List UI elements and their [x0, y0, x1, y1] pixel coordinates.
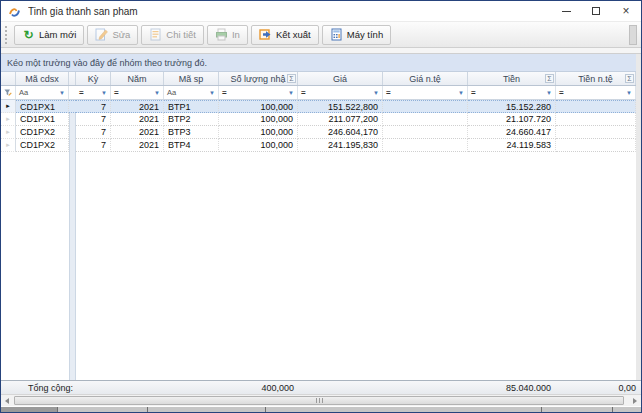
detail-button[interactable]: Chi tiết — [141, 25, 204, 45]
cell-tien-nte[interactable] — [556, 126, 636, 139]
row-indicator[interactable]: ► — [1, 113, 16, 126]
background-window-segment — [1, 407, 58, 412]
cell-nam[interactable]: 2021 — [111, 100, 164, 113]
toolbar: ↻ Làm mới Sửa Chi tiết — [1, 22, 641, 48]
horizontal-scrollbar[interactable] — [1, 394, 641, 406]
group-by-panel[interactable]: Kéo một trường vào đây để nhóm theo trườ… — [1, 54, 636, 72]
cell-tien[interactable]: 24.660.417 — [468, 126, 556, 139]
column-header-ky[interactable]: Kỳ — [76, 72, 111, 85]
cell-ma-cdsx[interactable]: CD1PX2 — [16, 139, 69, 152]
filter-cell-gia[interactable]: =▼ — [298, 86, 383, 99]
cell-gia-nte[interactable] — [383, 126, 468, 139]
scroll-right-icon — [633, 398, 637, 404]
filter-editor-button[interactable] — [1, 86, 16, 99]
cell-tien[interactable]: 21.107.720 — [468, 113, 556, 126]
cell-gia[interactable]: 241.195,830 — [298, 139, 383, 152]
calculator-button[interactable]: Máy tính — [322, 25, 391, 45]
cell-ma-sp[interactable]: BTP1 — [164, 100, 219, 113]
column-header-tien-nte[interactable]: Tiền n.tệΣ — [556, 72, 636, 85]
cell-gia[interactable]: 151.522,800 — [298, 100, 383, 113]
cell-ma-sp[interactable]: BTP3 — [164, 126, 219, 139]
cell-gia-nte[interactable] — [383, 113, 468, 126]
cell-so-luong[interactable]: 100,000 — [219, 139, 298, 152]
scroll-left-button[interactable] — [1, 395, 13, 406]
cell-ky[interactable]: 7 — [76, 113, 111, 126]
toolbar-drag-handle[interactable] — [5, 26, 9, 44]
cell-tien[interactable]: 15.152.280 — [468, 100, 556, 113]
cell-tien-nte[interactable] — [556, 139, 636, 152]
row-indicator[interactable]: ► — [1, 126, 16, 139]
cell-ma-sp[interactable]: BTP2 — [164, 113, 219, 126]
cell-gia[interactable]: 211.077,200 — [298, 113, 383, 126]
column-header-nam[interactable]: Năm — [111, 72, 164, 85]
cell-ky[interactable]: 7 — [76, 100, 111, 113]
filter-cell-tien[interactable]: =▼ — [468, 86, 556, 99]
table-row[interactable]: ► CD1PX2 7 2021 BTP3 100,000 246.604,170… — [1, 126, 636, 139]
column-header-so-luong[interactable]: Số lượng nhậΣ — [219, 72, 298, 85]
filter-cell-nam[interactable]: =▼ — [111, 86, 164, 99]
table-row[interactable]: ► CD1PX2 7 2021 BTP4 100,000 241.195,830… — [1, 139, 636, 152]
filter-cell-so-luong[interactable]: =▼ — [219, 86, 298, 99]
export-button[interactable]: Kết xuất — [251, 25, 319, 45]
minimize-button[interactable] — [551, 1, 581, 22]
auto-filter-row: Aa▼ =▼ =▼ Aa▼ =▼ =▼ =▼ =▼ =▼ — [1, 86, 636, 100]
chevron-down-icon[interactable]: ▼ — [209, 90, 215, 96]
maximize-button[interactable] — [581, 1, 611, 22]
table-row[interactable]: ► CD1PX1 7 2021 BTP1 100,000 151.522,800… — [1, 100, 636, 113]
cell-gia[interactable]: 246.604,170 — [298, 126, 383, 139]
edit-button[interactable]: Sửa — [87, 25, 138, 45]
chevron-down-icon[interactable]: ▼ — [59, 90, 65, 96]
close-button[interactable]: × — [611, 1, 641, 22]
column-header-gia[interactable]: Giá — [298, 72, 383, 85]
group-by-hint: Kéo một trường vào đây để nhóm theo trườ… — [7, 58, 207, 68]
chevron-down-icon[interactable]: ▼ — [626, 90, 632, 96]
cell-tien[interactable]: 24.119.583 — [468, 139, 556, 152]
filter-cell-gia-nte[interactable]: =▼ — [383, 86, 468, 99]
cell-ma-sp[interactable]: BTP4 — [164, 139, 219, 152]
cell-nam[interactable]: 2021 — [111, 126, 164, 139]
column-label: Mã cdsx — [25, 74, 59, 84]
chevron-down-icon[interactable]: ▼ — [546, 90, 552, 96]
scrollbar-thumb[interactable] — [14, 396, 624, 405]
filter-cell-tien-nte[interactable]: =▼ — [556, 86, 636, 99]
chevron-down-icon[interactable]: ▼ — [458, 90, 464, 96]
column-header-ma-cdsx[interactable]: Mã cdsx — [16, 72, 69, 85]
footer-total-label: Tổng cộng: — [1, 383, 219, 393]
table-row[interactable]: ► CD1PX1 7 2021 BTP2 100,000 211.077,200… — [1, 113, 636, 126]
cell-gia-nte[interactable] — [383, 139, 468, 152]
chevron-down-icon[interactable]: ▼ — [101, 90, 107, 96]
cell-nam[interactable]: 2021 — [111, 113, 164, 126]
cell-ky[interactable]: 7 — [76, 139, 111, 152]
cell-ma-cdsx[interactable]: CD1PX1 — [16, 113, 69, 126]
print-button[interactable]: In — [207, 25, 248, 45]
scroll-right-button[interactable] — [629, 395, 641, 406]
chevron-down-icon[interactable]: ▼ — [373, 90, 379, 96]
filter-cell-ky[interactable]: =▼ — [76, 86, 111, 99]
cell-tien-nte[interactable] — [556, 113, 636, 126]
row-indicator[interactable]: ► — [1, 100, 16, 113]
cell-so-luong[interactable]: 100,000 — [219, 100, 298, 113]
column-header-ma-sp[interactable]: Mã sp — [164, 72, 219, 85]
header-separator — [69, 72, 76, 85]
cell-ma-cdsx[interactable]: CD1PX1 — [16, 100, 69, 113]
column-header-gia-nte[interactable]: Giá n.tệ — [383, 72, 468, 85]
cell-so-luong[interactable]: 100,000 — [219, 126, 298, 139]
row-arrow-icon: ► — [5, 142, 11, 148]
cell-gia-nte[interactable] — [383, 100, 468, 113]
cell-tien-nte[interactable] — [556, 100, 636, 113]
row-indicator[interactable]: ► — [1, 139, 16, 152]
cell-ma-cdsx[interactable]: CD1PX2 — [16, 126, 69, 139]
filter-cell-ma-sp[interactable]: Aa▼ — [164, 86, 219, 99]
toolbar-overflow-handle[interactable] — [629, 25, 637, 45]
column-header-tien[interactable]: TiềnΣ — [468, 72, 556, 85]
filter-cell-ma-cdsx[interactable]: Aa▼ — [16, 86, 69, 99]
cell-ky[interactable]: 7 — [76, 126, 111, 139]
cell-so-luong[interactable]: 100,000 — [219, 113, 298, 126]
chevron-down-icon[interactable]: ▼ — [288, 90, 294, 96]
refresh-button[interactable]: ↻ Làm mới — [14, 25, 84, 45]
refresh-icon: ↻ — [22, 28, 35, 41]
background-window-divider — [612, 407, 613, 412]
cell-nam[interactable]: 2021 — [111, 139, 164, 152]
text-filter-icon: Aa — [167, 88, 176, 97]
chevron-down-icon[interactable]: ▼ — [154, 90, 160, 96]
